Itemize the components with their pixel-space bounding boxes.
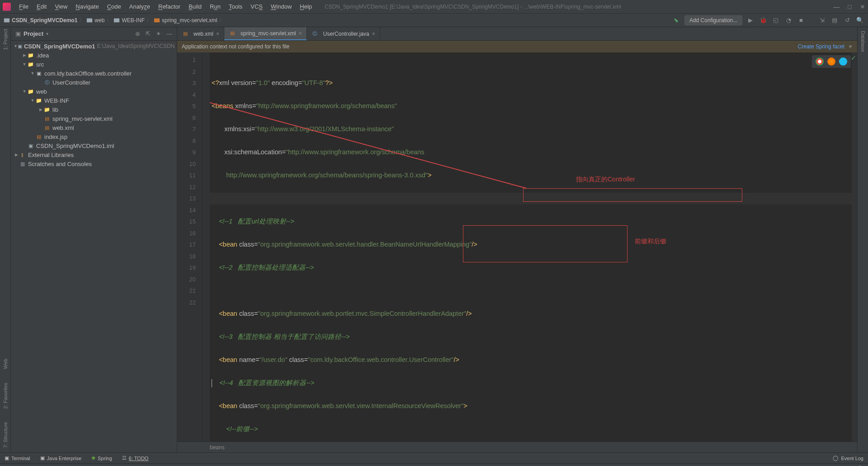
tool-structure[interactable]: 7: Structure	[3, 422, 8, 448]
vcs-update-icon[interactable]: ⇲	[817, 16, 826, 25]
browser-preview-badges[interactable]	[812, 55, 851, 68]
error-stripe[interactable]: ✓	[852, 52, 857, 442]
menu-tools[interactable]: Tools	[225, 2, 246, 11]
build-icon[interactable]: ⬊	[672, 16, 681, 25]
tree-servlet-xml[interactable]: ▤ spring_mvc-servlet.xml	[11, 114, 177, 123]
window-title: CSDN_SpringMVCDemo1 [E:\Java_Idea\Spring…	[325, 4, 621, 10]
crumb-web[interactable]: web	[94, 17, 104, 24]
run-config-button[interactable]: Add Configuration...	[684, 15, 742, 25]
panel-title[interactable]: Project	[24, 30, 43, 37]
project-tree[interactable]: ▼▣ CSDN_SpringMVCDemo1 E:\Java_Idea\Spri…	[11, 41, 177, 452]
tool-favorites[interactable]: 2: Favorites	[3, 383, 8, 409]
settings-icon[interactable]: ✶	[156, 30, 161, 37]
tree-package[interactable]: ▼▣ com.ldy.backOffice.web.controller	[11, 69, 177, 78]
hide-icon[interactable]: —	[166, 30, 172, 37]
tree-src[interactable]: ▼📁 src	[11, 60, 177, 69]
chrome-icon[interactable]	[816, 57, 824, 66]
close-tab-icon[interactable]: ×	[216, 31, 219, 37]
tool-project[interactable]: 1: Project	[3, 29, 8, 50]
xml-file-icon: ▤	[229, 30, 236, 37]
tree-iml[interactable]: ▣ CSDN_SpringMVCDemo1.iml	[11, 141, 177, 150]
app-logo-icon	[3, 3, 11, 11]
chevron-down-icon[interactable]: ▾	[46, 31, 48, 36]
svg-rect-1	[87, 18, 92, 22]
profile-icon[interactable]: ◔	[784, 16, 793, 25]
debug-icon[interactable]: 🐞	[759, 16, 768, 25]
tree-idea[interactable]: ▶📁 .idea	[11, 51, 177, 60]
crumb-webinf[interactable]: WEB-INF	[122, 17, 145, 24]
menu-refactor[interactable]: Refactor	[155, 2, 184, 11]
menu-vcs[interactable]: VCS	[247, 2, 266, 11]
tool-todo[interactable]: ☲6: TODO	[122, 455, 149, 461]
project-panel: ▣ Project ▾ ⊕ ⇱ ✶ — ▼▣ CSDN_SpringMVCDem…	[11, 27, 177, 452]
line-gutter: 12345678910111213141516171819202122	[177, 52, 203, 442]
tool-java-enterprise[interactable]: ▣Java Enterprise	[40, 455, 81, 461]
tab-web-xml[interactable]: ▤ web.xml ×	[177, 27, 224, 40]
code-text[interactable]: <?xml version="1.0" encoding="UTF-8"?> <…	[210, 52, 857, 442]
event-log[interactable]: Event Log	[841, 456, 863, 461]
main-menu: File Edit View Navigate Code Analyze Ref…	[15, 2, 316, 11]
firefox-icon[interactable]	[827, 57, 835, 66]
create-facet-link[interactable]: Create Spring facet	[798, 43, 844, 50]
crumb-file[interactable]: spring_mvc-servlet.xml	[162, 17, 217, 24]
tree-web[interactable]: ▼📁 web	[11, 87, 177, 96]
menu-window[interactable]: Window	[267, 2, 295, 11]
search-icon[interactable]: 🔍	[855, 16, 864, 25]
window-controls: — □ ✕	[834, 3, 865, 10]
tree-root[interactable]: ▼▣ CSDN_SpringMVCDemo1 E:\Java_Idea\Spri…	[11, 42, 177, 51]
tree-webinf[interactable]: ▼📁 WEB-INF	[11, 96, 177, 105]
menu-help[interactable]: Help	[296, 2, 316, 11]
ie-icon[interactable]	[839, 57, 847, 66]
tool-terminal[interactable]: ▣Terminal	[5, 455, 30, 461]
menu-analyze[interactable]: Analyze	[126, 2, 154, 11]
menu-code[interactable]: Code	[104, 2, 125, 11]
tree-web-xml[interactable]: ▤ web.xml	[11, 123, 177, 132]
project-panel-header: ▣ Project ▾ ⊕ ⇱ ✶ —	[11, 27, 177, 41]
banner-text: Application context not configured for t…	[182, 43, 289, 50]
fold-gutter[interactable]	[203, 52, 210, 442]
menu-navigate[interactable]: Navigate	[72, 2, 102, 11]
menu-file[interactable]: File	[15, 2, 32, 11]
maximize-icon[interactable]: □	[848, 3, 852, 10]
editor-tabs: ▤ web.xml × ▤ spring_mvc-servlet.xml × Ⓒ…	[177, 27, 857, 41]
coverage-icon[interactable]: ◱	[771, 16, 780, 25]
close-icon[interactable]: ✕	[860, 3, 865, 10]
tree-lib[interactable]: ▶📁 lib	[11, 105, 177, 114]
menu-build[interactable]: Build	[185, 2, 205, 11]
vcs-history-icon[interactable]: ↺	[843, 16, 852, 25]
tool-database[interactable]: Database	[860, 31, 866, 52]
menu-run[interactable]: Run	[206, 2, 224, 11]
code-editor[interactable]: 12345678910111213141516171819202122 <?xm…	[177, 52, 857, 442]
run-icon[interactable]: ▶	[746, 16, 755, 25]
analysis-ok-icon: ✓	[851, 54, 856, 62]
close-tab-icon[interactable]: ×	[372, 31, 375, 37]
editor-breadcrumb[interactable]: beans	[177, 442, 857, 452]
event-log-icon[interactable]: ◯	[833, 455, 838, 461]
crumb-root[interactable]: CSDN_SpringMVCDemo1	[12, 17, 77, 24]
editor-area: ▤ web.xml × ▤ spring_mvc-servlet.xml × Ⓒ…	[177, 27, 857, 452]
breadcrumb[interactable]: CSDN_SpringMVCDemo1 〉 web 〉 WEB-INF 〉 sp…	[4, 16, 226, 24]
tool-spring[interactable]: ❀Spring	[91, 455, 112, 461]
locate-icon[interactable]: ⊕	[135, 30, 140, 37]
gear-icon[interactable]: ✶	[848, 43, 853, 50]
minimize-icon[interactable]: —	[834, 3, 840, 10]
tree-scratches[interactable]: ▥ Scratches and Consoles	[11, 159, 177, 168]
close-tab-icon[interactable]: ×	[299, 30, 302, 37]
tab-usercontroller[interactable]: Ⓒ UserController.java ×	[307, 27, 380, 40]
vcs-commit-icon[interactable]: ▤	[830, 16, 839, 25]
stop-icon[interactable]: ■	[797, 16, 806, 25]
annotation-box-2	[463, 225, 627, 262]
collapse-icon[interactable]: ⇱	[146, 30, 151, 37]
tab-servlet-xml[interactable]: ▤ spring_mvc-servlet.xml ×	[224, 27, 307, 40]
panel-view-icon[interactable]: ▣	[15, 30, 21, 37]
tree-usercontroller[interactable]: Ⓒ UserController	[11, 78, 177, 87]
menu-edit[interactable]: Edit	[33, 2, 50, 11]
terminal-icon: ▣	[5, 455, 9, 461]
tree-external-libs[interactable]: ▶⫿ External Libraries	[11, 150, 177, 159]
tool-web[interactable]: Web	[3, 359, 8, 369]
tree-index-jsp[interactable]: ▤ index.jsp	[11, 132, 177, 141]
annotation-prefix-suffix: 前缀和后缀	[635, 236, 666, 247]
menu-view[interactable]: View	[51, 2, 71, 11]
enterprise-icon: ▣	[40, 455, 45, 461]
main-area: 1: Project Web 2: Favorites 7: Structure…	[0, 27, 868, 452]
